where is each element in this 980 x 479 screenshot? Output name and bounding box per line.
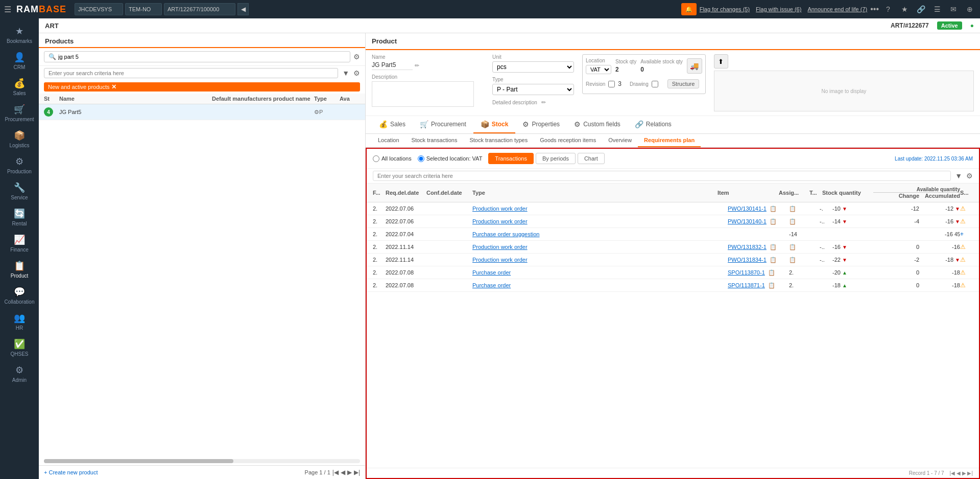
- sidebar-item-sales[interactable]: 💰 Sales: [0, 75, 39, 100]
- sidebar-item-crm[interactable]: 👤 CRM: [0, 49, 39, 74]
- search-filter-icon[interactable]: ⚙: [353, 53, 360, 61]
- sidebar-item-finance[interactable]: 📈 Finance: [0, 231, 39, 256]
- cell-item-link[interactable]: PWO/130141-1: [728, 206, 767, 212]
- table-row[interactable]: 2. 2022.07.06 Production work order PWO/…: [367, 202, 979, 215]
- announce-eol-link[interactable]: Announce end of life (7): [807, 6, 867, 12]
- table-row[interactable]: 2. 2022.07.08 Purchase order SPO/113870-…: [367, 266, 979, 279]
- truck-btn[interactable]: 🚚: [687, 58, 702, 74]
- cell-type[interactable]: Purchase order: [472, 269, 728, 276]
- table-row[interactable]: 2. 2022.07.08 Purchase order SPO/113871-…: [367, 279, 979, 292]
- more-btn[interactable]: •••: [870, 5, 879, 14]
- product-row[interactable]: 4 JG Part5 ⚙P: [39, 104, 365, 120]
- pag-prev-btn[interactable]: ◀: [341, 469, 345, 476]
- table-pag-prev[interactable]: ◀: [957, 470, 961, 476]
- location-select[interactable]: VAT: [586, 65, 611, 74]
- transactions-view-btn[interactable]: Transactions: [488, 153, 534, 164]
- filter-settings-icon[interactable]: ⚙: [353, 69, 360, 77]
- sub-tab-requirements-plan[interactable]: Requirements plan: [638, 134, 701, 147]
- upload-image-btn[interactable]: ⬆: [714, 54, 728, 69]
- sidebar-item-qhses[interactable]: ✅ QHSES: [0, 335, 39, 360]
- cell-type[interactable]: Production work order: [472, 218, 728, 224]
- pag-first-btn[interactable]: |◀: [332, 469, 339, 476]
- by-periods-view-btn[interactable]: By periods: [536, 153, 576, 164]
- table-pag-last[interactable]: ▶|: [967, 470, 973, 476]
- table-row[interactable]: 2. 2022.11.14 Production work order PWO/…: [367, 254, 979, 266]
- cell-item-link[interactable]: SPO/113870-1: [728, 269, 765, 276]
- company-dropdown[interactable]: JHCDEVSYS: [75, 3, 123, 15]
- cell-type[interactable]: Production work order: [472, 257, 728, 263]
- sidebar-item-rental[interactable]: 🔄 Rental: [0, 205, 39, 230]
- name-edit-icon[interactable]: ✏: [415, 62, 419, 69]
- detailed-desc-edit-icon[interactable]: ✏: [541, 99, 546, 106]
- create-new-product-link[interactable]: + Create new product: [44, 469, 98, 475]
- cell-item-icon[interactable]: 📋: [768, 282, 775, 289]
- filter-input[interactable]: [44, 68, 338, 78]
- lang-dropdown[interactable]: TEM-NO: [125, 3, 162, 15]
- table-pag-first[interactable]: |◀: [949, 470, 955, 476]
- link-icon[interactable]: 🔗: [915, 3, 927, 15]
- tab-relations[interactable]: 🔗 Relations: [628, 116, 679, 133]
- cell-item-link[interactable]: PWO/131832-1: [728, 244, 767, 250]
- art-dropdown[interactable]: ART/122677/100000: [164, 3, 235, 15]
- filter-btn[interactable]: ▼: [342, 69, 349, 77]
- cell-item-link[interactable]: PWO/131834-1: [728, 257, 767, 263]
- grid-icon[interactable]: ☰: [931, 3, 943, 15]
- all-locations-radio[interactable]: All locations: [373, 155, 412, 162]
- tab-custom-fields[interactable]: ⚙ Custom fields: [567, 116, 628, 133]
- selected-location-radio-input[interactable]: [418, 155, 424, 162]
- quick-search-input[interactable]: [58, 54, 346, 60]
- sidebar-item-collaboration[interactable]: 💬 Collaboration: [0, 283, 39, 308]
- cell-type[interactable]: Production work order: [472, 244, 728, 250]
- cell-item-icon[interactable]: 📋: [770, 257, 777, 263]
- sidebar-item-bookmarks[interactable]: ★ Bookmarks: [0, 22, 39, 48]
- flag-changes-link[interactable]: Flag for changes (5): [700, 6, 750, 12]
- sidebar-item-service[interactable]: 🔧 Service: [0, 179, 39, 204]
- table-row[interactable]: 2. 2022.07.06 Production work order PWO/…: [367, 215, 979, 228]
- star-icon[interactable]: ★: [898, 3, 911, 15]
- req-filter-btn[interactable]: ▼: [955, 172, 962, 180]
- pag-last-btn[interactable]: ▶|: [354, 469, 360, 476]
- cell-type[interactable]: Production work order: [472, 206, 728, 212]
- cell-item-link[interactable]: SPO/113871-1: [728, 282, 765, 288]
- sidebar-item-production[interactable]: ⚙ Production: [0, 153, 39, 178]
- structure-btn[interactable]: Structure: [667, 79, 700, 88]
- unit-select[interactable]: pcs: [492, 61, 574, 73]
- all-locations-radio-input[interactable]: [373, 155, 379, 162]
- sub-tab-stock-transaction-types[interactable]: Stock transaction types: [463, 134, 534, 147]
- remove-filter-btn[interactable]: ✕: [111, 83, 116, 90]
- nav-back-btn[interactable]: ◀: [237, 3, 249, 15]
- sidebar-item-logistics[interactable]: 📦 Logistics: [0, 127, 39, 152]
- mail-icon[interactable]: ✉: [947, 3, 960, 15]
- sidebar-item-hr[interactable]: 👥 HR: [0, 309, 39, 334]
- sub-tab-location[interactable]: Location: [372, 134, 405, 147]
- cell-item-icon[interactable]: 📋: [770, 244, 777, 250]
- help-icon[interactable]: ?: [882, 3, 894, 15]
- active-filter-tag[interactable]: New and active products ✕: [44, 82, 360, 92]
- sidebar-item-procurement[interactable]: 🛒 Procurement: [0, 101, 39, 126]
- selected-location-radio[interactable]: Selected location: VAT: [418, 155, 483, 162]
- sidebar-item-product[interactable]: 📋 Product: [0, 257, 39, 282]
- req-settings-icon[interactable]: ⚙: [966, 172, 973, 180]
- req-search-input[interactable]: [373, 171, 951, 181]
- horizontal-scrollbar[interactable]: [44, 459, 360, 463]
- table-pag-next[interactable]: ▶: [962, 470, 966, 476]
- notification-btn[interactable]: 🔔: [681, 3, 697, 15]
- flag-issue-link[interactable]: Flag with issue (6): [756, 6, 801, 12]
- cell-item-link[interactable]: PWO/130140-1: [728, 218, 767, 224]
- hamburger-menu[interactable]: ☰: [4, 5, 11, 14]
- sub-tab-stock-transactions[interactable]: Stock transactions: [405, 134, 464, 147]
- cell-item-icon[interactable]: 📋: [770, 218, 777, 225]
- chart-view-btn[interactable]: Chart: [578, 153, 605, 164]
- table-row[interactable]: 2. 2022.07.04 Purchase order suggestion …: [367, 228, 979, 241]
- cell-type[interactable]: Purchase order: [472, 282, 728, 288]
- sub-tab-goods-reception[interactable]: Goods reception items: [534, 134, 602, 147]
- cell-item-icon[interactable]: 📋: [770, 206, 777, 212]
- cell-plus[interactable]: +: [960, 231, 973, 238]
- cell-type[interactable]: Purchase order suggestion: [472, 231, 728, 237]
- tab-sales[interactable]: 💰 Sales: [372, 116, 413, 133]
- pag-next-btn[interactable]: ▶: [347, 469, 352, 476]
- desc-textarea[interactable]: [372, 81, 474, 107]
- revision-checkbox[interactable]: [608, 81, 615, 87]
- table-row[interactable]: 2. 2022.11.14 Production work order PWO/…: [367, 241, 979, 254]
- sub-tab-overview[interactable]: Overview: [602, 134, 638, 147]
